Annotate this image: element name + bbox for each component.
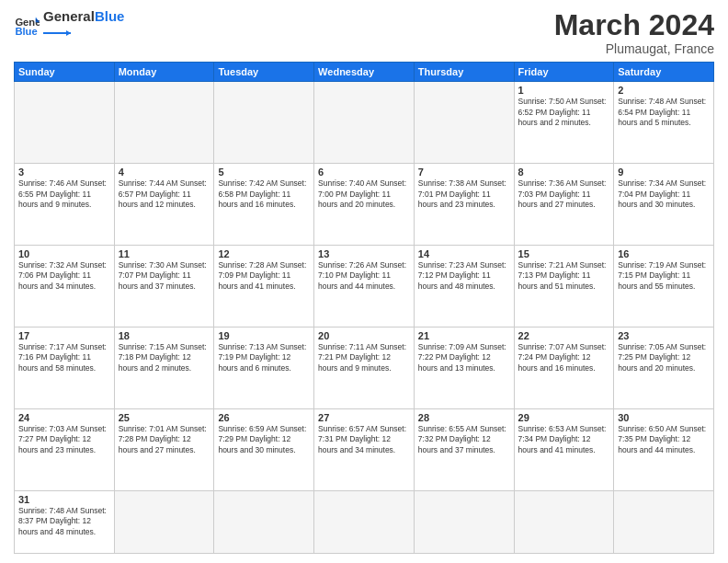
table-row: 14Sunrise: 7:23 AM Sunset: 7:12 PM Dayli… (414, 245, 514, 327)
table-row: 24Sunrise: 7:03 AM Sunset: 7:27 PM Dayli… (15, 408, 115, 490)
table-row: 15Sunrise: 7:21 AM Sunset: 7:13 PM Dayli… (514, 245, 614, 327)
day-number: 21 (418, 330, 510, 341)
logo-blue: Blue (95, 8, 125, 24)
day-number: 17 (18, 330, 110, 341)
table-row: 31Sunrise: 7:48 AM Sunset: 8:37 PM Dayli… (15, 490, 115, 553)
table-row: 6Sunrise: 7:40 AM Sunset: 7:00 PM Daylig… (314, 164, 415, 246)
day-info: Sunrise: 6:53 AM Sunset: 7:34 PM Dayligh… (518, 424, 610, 455)
table-row: 9Sunrise: 7:34 AM Sunset: 7:04 PM Daylig… (614, 164, 714, 246)
day-number: 12 (218, 248, 310, 259)
day-info: Sunrise: 6:50 AM Sunset: 7:35 PM Dayligh… (618, 424, 710, 455)
table-row (314, 490, 415, 553)
day-info: Sunrise: 7:21 AM Sunset: 7:13 PM Dayligh… (518, 260, 610, 292)
table-row: 20Sunrise: 7:11 AM Sunset: 7:21 PM Dayli… (314, 327, 415, 408)
day-number: 2 (618, 85, 710, 96)
day-info: Sunrise: 6:57 AM Sunset: 7:31 PM Dayligh… (318, 424, 410, 455)
day-info: Sunrise: 7:03 AM Sunset: 7:27 PM Dayligh… (18, 424, 110, 455)
day-info: Sunrise: 7:07 AM Sunset: 7:24 PM Dayligh… (518, 342, 610, 373)
table-row: 21Sunrise: 7:09 AM Sunset: 7:22 PM Dayli… (414, 327, 514, 408)
day-info: Sunrise: 7:44 AM Sunset: 6:57 PM Dayligh… (119, 178, 210, 210)
col-saturday: Saturday (614, 63, 714, 82)
table-row: 27Sunrise: 6:57 AM Sunset: 7:31 PM Dayli… (314, 408, 415, 490)
day-info: Sunrise: 7:11 AM Sunset: 7:21 PM Dayligh… (318, 342, 410, 373)
day-number: 1 (518, 85, 610, 96)
table-row: 25Sunrise: 7:01 AM Sunset: 7:28 PM Dayli… (114, 408, 214, 490)
table-row (15, 82, 115, 164)
table-row: 3Sunrise: 7:46 AM Sunset: 6:55 PM Daylig… (15, 164, 115, 246)
col-friday: Friday (514, 63, 614, 82)
day-info: Sunrise: 7:13 AM Sunset: 7:19 PM Dayligh… (218, 342, 310, 373)
table-row: 16Sunrise: 7:19 AM Sunset: 7:15 PM Dayli… (614, 245, 714, 327)
day-number: 20 (318, 330, 410, 341)
table-row: 7Sunrise: 7:38 AM Sunset: 7:01 PM Daylig… (414, 164, 514, 246)
table-row: 11Sunrise: 7:30 AM Sunset: 7:07 PM Dayli… (114, 245, 214, 327)
table-row (114, 82, 214, 164)
day-info: Sunrise: 6:59 AM Sunset: 7:29 PM Dayligh… (218, 424, 310, 455)
table-row (414, 490, 514, 553)
day-number: 18 (119, 330, 210, 341)
table-row (414, 82, 514, 164)
day-info: Sunrise: 7:42 AM Sunset: 6:58 PM Dayligh… (218, 178, 310, 210)
day-number: 8 (518, 167, 610, 178)
day-info: Sunrise: 7:32 AM Sunset: 7:06 PM Dayligh… (18, 260, 110, 292)
day-info: Sunrise: 7:48 AM Sunset: 8:37 PM Dayligh… (18, 506, 110, 537)
day-number: 16 (618, 248, 710, 259)
page: General Blue GeneralBlue March 2024 Plum… (0, 0, 728, 563)
table-row (214, 490, 314, 553)
day-number: 7 (418, 167, 510, 178)
table-row: 5Sunrise: 7:42 AM Sunset: 6:58 PM Daylig… (214, 164, 314, 246)
svg-marker-5 (66, 30, 71, 36)
day-info: Sunrise: 7:40 AM Sunset: 7:00 PM Dayligh… (318, 178, 410, 210)
day-number: 11 (119, 248, 210, 259)
day-info: Sunrise: 7:23 AM Sunset: 7:12 PM Dayligh… (418, 260, 510, 292)
day-number: 3 (18, 167, 110, 178)
header: General Blue GeneralBlue March 2024 Plum… (14, 9, 714, 56)
day-number: 10 (18, 248, 110, 259)
day-info: Sunrise: 7:17 AM Sunset: 7:16 PM Dayligh… (18, 342, 110, 373)
month-title: March 2024 (554, 9, 714, 41)
table-row: 4Sunrise: 7:44 AM Sunset: 6:57 PM Daylig… (114, 164, 214, 246)
table-row: 12Sunrise: 7:28 AM Sunset: 7:09 PM Dayli… (214, 245, 314, 327)
day-number: 13 (318, 248, 410, 259)
day-number: 25 (119, 412, 210, 423)
day-number: 31 (18, 494, 110, 505)
day-number: 6 (318, 167, 410, 178)
day-info: Sunrise: 7:26 AM Sunset: 7:10 PM Dayligh… (318, 260, 410, 292)
day-info: Sunrise: 7:48 AM Sunset: 6:54 PM Dayligh… (618, 97, 710, 128)
calendar-header-row: Sunday Monday Tuesday Wednesday Thursday… (15, 63, 714, 82)
table-row: 23Sunrise: 7:05 AM Sunset: 7:25 PM Dayli… (614, 327, 714, 408)
day-number: 26 (218, 412, 310, 423)
day-number: 23 (618, 330, 710, 341)
day-number: 19 (218, 330, 310, 341)
col-wednesday: Wednesday (314, 63, 415, 82)
day-info: Sunrise: 7:01 AM Sunset: 7:28 PM Dayligh… (119, 424, 210, 455)
day-number: 27 (318, 412, 410, 423)
table-row: 26Sunrise: 6:59 AM Sunset: 7:29 PM Dayli… (214, 408, 314, 490)
logo-underline-icon (43, 29, 71, 38)
day-info: Sunrise: 7:46 AM Sunset: 6:55 PM Dayligh… (18, 178, 110, 210)
table-row: 10Sunrise: 7:32 AM Sunset: 7:06 PM Dayli… (15, 245, 115, 327)
col-sunday: Sunday (15, 63, 115, 82)
table-row (214, 82, 314, 164)
day-info: Sunrise: 7:34 AM Sunset: 7:04 PM Dayligh… (618, 178, 710, 210)
day-info: Sunrise: 7:36 AM Sunset: 7:03 PM Dayligh… (518, 178, 610, 210)
day-number: 14 (418, 248, 510, 259)
col-thursday: Thursday (414, 63, 514, 82)
location-subtitle: Plumaugat, France (554, 41, 714, 56)
day-number: 5 (218, 167, 310, 178)
day-info: Sunrise: 7:28 AM Sunset: 7:09 PM Dayligh… (218, 260, 310, 292)
table-row: 1Sunrise: 7:50 AM Sunset: 6:52 PM Daylig… (514, 82, 614, 164)
table-row: 22Sunrise: 7:07 AM Sunset: 7:24 PM Dayli… (514, 327, 614, 408)
day-info: Sunrise: 7:19 AM Sunset: 7:15 PM Dayligh… (618, 260, 710, 292)
day-info: Sunrise: 7:38 AM Sunset: 7:01 PM Dayligh… (418, 178, 510, 210)
table-row (314, 82, 415, 164)
day-info: Sunrise: 7:30 AM Sunset: 7:07 PM Dayligh… (119, 260, 210, 292)
table-row: 17Sunrise: 7:17 AM Sunset: 7:16 PM Dayli… (15, 327, 115, 408)
title-area: March 2024 Plumaugat, France (554, 9, 714, 56)
day-info: Sunrise: 7:50 AM Sunset: 6:52 PM Dayligh… (518, 97, 610, 128)
svg-text:Blue: Blue (15, 26, 37, 37)
day-number: 9 (618, 167, 710, 178)
table-row: 28Sunrise: 6:55 AM Sunset: 7:32 PM Dayli… (414, 408, 514, 490)
day-info: Sunrise: 6:55 AM Sunset: 7:32 PM Dayligh… (418, 424, 510, 455)
table-row: 18Sunrise: 7:15 AM Sunset: 7:18 PM Dayli… (114, 327, 214, 408)
